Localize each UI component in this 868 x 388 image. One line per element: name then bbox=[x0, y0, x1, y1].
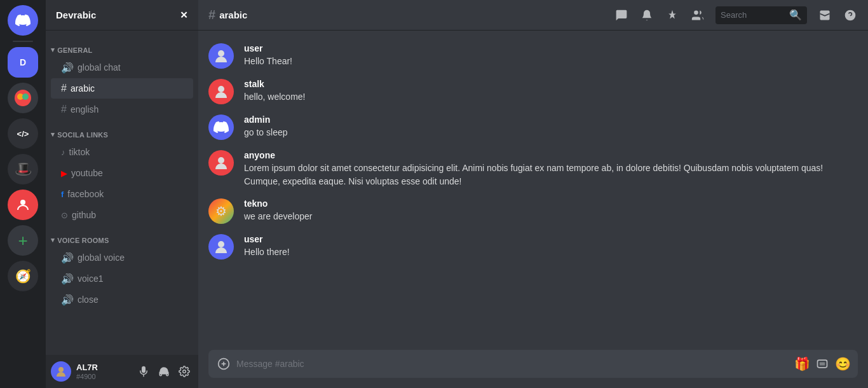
avatar bbox=[208, 43, 234, 69]
user-controls bbox=[135, 363, 193, 380]
channel-tiktok[interactable]: ♪ tiktok bbox=[51, 142, 193, 162]
message-text: Hello there! bbox=[244, 246, 858, 259]
server-icon-colorful[interactable] bbox=[8, 83, 38, 113]
message-text: we are developer bbox=[244, 210, 858, 223]
mute-button[interactable] bbox=[135, 363, 153, 380]
message-text: Lorem ipsum dolor sit amet consectetur a… bbox=[244, 162, 858, 188]
chat-icon[interactable] bbox=[614, 8, 629, 23]
avatar bbox=[208, 150, 234, 176]
user-discriminator: #4900 bbox=[76, 373, 130, 380]
github-icon: ⊙ bbox=[61, 211, 68, 220]
table-row: user Hello Thear! bbox=[198, 41, 868, 71]
svg-point-13 bbox=[218, 241, 224, 247]
message-header: tekno bbox=[244, 198, 858, 209]
channel-github[interactable]: ⊙ github bbox=[51, 205, 193, 225]
category-general[interactable]: ▾ General bbox=[46, 36, 198, 57]
message-body: anyone Lorem ipsum dolor sit amet consec… bbox=[244, 150, 858, 188]
messages-area: user Hello Thear! stalk hello, welcome! bbox=[198, 31, 868, 350]
message-body: stalk hello, welcome! bbox=[244, 79, 858, 104]
message-username: tekno bbox=[244, 198, 268, 209]
svg-point-6 bbox=[183, 370, 186, 373]
bell-icon[interactable] bbox=[639, 8, 654, 23]
message-header: user bbox=[244, 43, 858, 53]
header-icons: 🔍 bbox=[614, 6, 858, 24]
channel-header-title: arabic bbox=[219, 10, 247, 20]
channel-header-hash-icon: # bbox=[208, 8, 215, 22]
pin-icon[interactable] bbox=[665, 8, 680, 23]
user-info: AL7R #4900 bbox=[76, 363, 130, 380]
channel-global-chat[interactable]: 🔊 global chat bbox=[51, 57, 193, 78]
youtube-icon: ▶ bbox=[61, 169, 67, 178]
message-input-area: 🎁 😊 bbox=[198, 350, 868, 388]
message-body: tekno we are developer bbox=[244, 198, 858, 224]
message-username: user bbox=[244, 234, 263, 244]
table-row: anyone Lorem ipsum dolor sit amet consec… bbox=[198, 148, 868, 191]
channel-global-voice[interactable]: 🔊 global voice bbox=[51, 247, 193, 268]
server-icon-devrabic[interactable]: D bbox=[8, 47, 38, 78]
category-chevron-general: ▾ bbox=[51, 46, 55, 54]
gift-icon[interactable]: 🎁 bbox=[794, 356, 810, 371]
message-username: anyone bbox=[244, 150, 275, 160]
category-chevron-voice: ▾ bbox=[51, 236, 55, 244]
avatar bbox=[51, 361, 71, 382]
table-row: ⚙ tekno we are developer bbox=[198, 196, 868, 226]
svg-point-3 bbox=[20, 200, 25, 205]
server-header[interactable]: Devrabic ✕ bbox=[46, 0, 198, 31]
voice-icon-1: 🔊 bbox=[61, 252, 74, 264]
deafen-button[interactable] bbox=[155, 363, 173, 380]
category-social-links[interactable]: ▾ Socila Links bbox=[46, 120, 198, 141]
server-name: Devrabic bbox=[56, 10, 96, 20]
settings-button[interactable] bbox=[175, 363, 193, 380]
inbox-icon[interactable] bbox=[817, 8, 832, 23]
server-icon-discord-home[interactable] bbox=[8, 5, 38, 36]
svg-point-11 bbox=[218, 86, 224, 92]
search-input[interactable] bbox=[721, 10, 787, 20]
add-attachment-icon[interactable] bbox=[216, 356, 231, 371]
svg-point-7 bbox=[694, 10, 698, 15]
search-icon: 🔍 bbox=[789, 9, 802, 21]
channel-voice-icon: 🔊 bbox=[61, 62, 74, 74]
main-content: # arabic 🔍 bbox=[198, 0, 868, 388]
message-text: go to sleep bbox=[244, 126, 858, 139]
message-input[interactable] bbox=[236, 359, 789, 369]
nitro-icon[interactable] bbox=[815, 356, 830, 371]
tiktok-icon: ♪ bbox=[61, 148, 65, 157]
message-header: stalk bbox=[244, 79, 858, 89]
category-voice-rooms[interactable]: ▾ Voice Rooms bbox=[46, 226, 198, 247]
user-area: AL7R #4900 bbox=[46, 355, 198, 388]
help-icon[interactable] bbox=[843, 8, 858, 23]
svg-point-2 bbox=[22, 94, 29, 100]
server-icon-add[interactable]: + bbox=[8, 225, 38, 256]
username: AL7R bbox=[76, 363, 130, 373]
message-input-box: 🎁 😊 bbox=[208, 350, 858, 378]
message-username: user bbox=[244, 43, 263, 53]
channel-youtube[interactable]: ▶ youtube bbox=[51, 163, 193, 183]
category-chevron-social: ▾ bbox=[51, 130, 55, 139]
server-icon-code[interactable]: </> bbox=[8, 118, 38, 149]
svg-point-4 bbox=[58, 367, 64, 372]
message-text: Hello Thear! bbox=[244, 55, 858, 68]
message-header: admin bbox=[244, 114, 858, 125]
channel-voice1[interactable]: 🔊 voice1 bbox=[51, 268, 193, 289]
svg-point-10 bbox=[218, 50, 224, 57]
channel-arabic[interactable]: # arabic bbox=[51, 78, 193, 99]
channel-facebook[interactable]: f facebook bbox=[51, 184, 193, 204]
emoji-icon[interactable]: 😊 bbox=[835, 356, 850, 371]
message-body: admin go to sleep bbox=[244, 114, 858, 140]
channel-header-name: # arabic bbox=[208, 8, 247, 22]
message-body: user Hello there! bbox=[244, 234, 858, 260]
channel-hash-icon: # bbox=[61, 83, 67, 94]
channel-close[interactable]: 🔊 close bbox=[51, 289, 193, 310]
search-bar[interactable]: 🔍 bbox=[715, 6, 807, 24]
server-icon-red[interactable] bbox=[8, 190, 38, 220]
message-username: admin bbox=[244, 114, 270, 125]
channel-list: ▾ General 🔊 global chat # arabic # engli… bbox=[46, 31, 198, 355]
server-sidebar: D </> 🎩 + 🧭 bbox=[0, 0, 46, 388]
server-icon-explore[interactable]: 🧭 bbox=[8, 261, 38, 291]
channel-english[interactable]: # english bbox=[51, 99, 193, 120]
members-icon[interactable] bbox=[690, 8, 705, 23]
avatar bbox=[208, 114, 234, 140]
server-icon-hat[interactable]: 🎩 bbox=[8, 154, 38, 184]
channel-header: # arabic 🔍 bbox=[198, 0, 868, 31]
message-header: user bbox=[244, 234, 858, 244]
